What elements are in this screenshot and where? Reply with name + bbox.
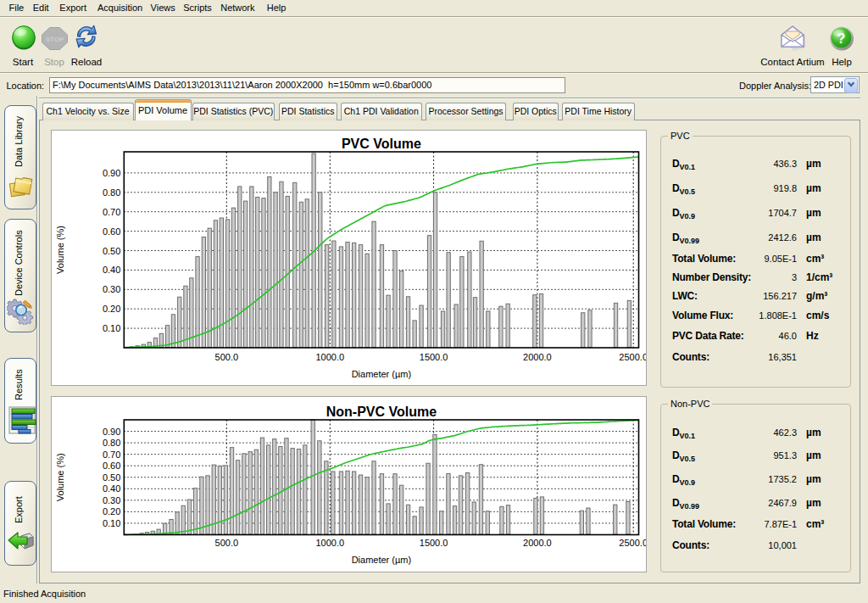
svg-text:PVC Volume: PVC Volume	[342, 137, 421, 151]
svg-text:0.60: 0.60	[103, 226, 120, 237]
svg-text:0.80: 0.80	[103, 187, 120, 198]
svg-text:Diameter (µm): Diameter (µm)	[352, 555, 412, 565]
svg-text:0.30: 0.30	[103, 495, 120, 505]
svg-text:2500.0: 2500.0	[619, 352, 647, 362]
svg-text:0.30: 0.30	[103, 284, 120, 294]
svg-text:0.80: 0.80	[103, 438, 120, 448]
svg-text:Non-PVC Volume: Non-PVC Volume	[326, 405, 437, 419]
svg-text:1500.0: 1500.0	[420, 352, 448, 362]
svg-text:2000.0: 2000.0	[523, 538, 552, 548]
svg-text:Volume (%): Volume (%)	[55, 226, 65, 274]
svg-text:?: ?	[837, 31, 845, 46]
svg-text:Diameter (µm): Diameter (µm)	[352, 369, 412, 379]
svg-text:1000.0: 1000.0	[315, 352, 344, 362]
svg-text:500.0: 500.0	[215, 538, 239, 548]
svg-text:0.40: 0.40	[103, 483, 120, 494]
svg-text:0.90: 0.90	[103, 427, 120, 437]
svg-text:0.20: 0.20	[103, 506, 120, 516]
svg-text:0.10: 0.10	[103, 518, 120, 528]
svg-text:0.10: 0.10	[103, 323, 120, 333]
svg-text:0.60: 0.60	[103, 461, 120, 471]
svg-text:2500.0: 2500.0	[619, 538, 647, 548]
svg-text:0.20: 0.20	[103, 304, 120, 314]
svg-text:STOP: STOP	[46, 36, 64, 43]
svg-text:0.70: 0.70	[103, 207, 120, 217]
svg-text:1500.0: 1500.0	[420, 538, 448, 548]
svg-text:0.90: 0.90	[103, 168, 120, 178]
svg-text:1000.0: 1000.0	[315, 538, 344, 548]
svg-text:0.70: 0.70	[103, 449, 120, 460]
svg-text:0.50: 0.50	[103, 472, 120, 483]
svg-text:Volume (%): Volume (%)	[55, 453, 65, 501]
svg-text:0.40: 0.40	[103, 265, 120, 275]
svg-text:500.0: 500.0	[215, 352, 239, 362]
svg-text:0.50: 0.50	[103, 246, 120, 256]
svg-text:2000.0: 2000.0	[523, 352, 552, 362]
